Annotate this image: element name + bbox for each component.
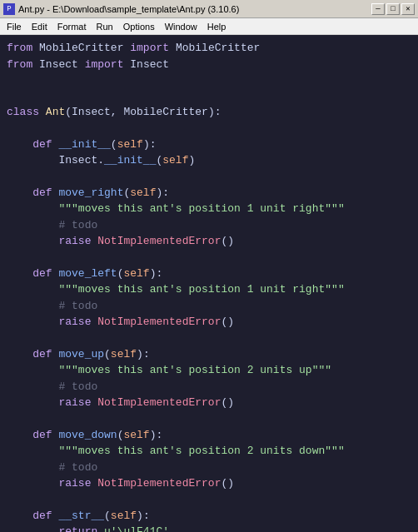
code-line: """moves this ant's position 1 unit righ… <box>7 201 411 217</box>
menu-file[interactable]: File <box>2 20 27 33</box>
code-line: from Insect import Insect <box>7 57 411 73</box>
app-icon: P <box>3 3 15 15</box>
code-line: """moves this ant's position 1 unit righ… <box>7 281 411 298</box>
code-line: # todo <box>7 298 411 315</box>
code-line: raise NotImplementedError() <box>7 395 411 411</box>
code-line: # todo <box>7 460 411 476</box>
code-line <box>7 492 411 508</box>
title-bar-text: Ant.py - E:\Download\sample_template\Ant… <box>18 4 239 14</box>
code-line <box>7 88 411 104</box>
menu-options[interactable]: Options <box>118 20 160 33</box>
editor-area[interactable]: from MobileCritter import MobileCritter … <box>0 35 418 532</box>
menu-run[interactable]: Run <box>92 20 118 33</box>
menu-help[interactable]: Help <box>202 20 231 33</box>
code-line <box>7 72 411 88</box>
code-line: def move_up(self): <box>7 346 411 363</box>
code-line: Insect.__init__(self) <box>7 152 411 169</box>
code-line: def move_right(self): <box>7 185 411 201</box>
code-line: # todo <box>7 379 411 395</box>
minimize-button[interactable]: ─ <box>371 3 385 15</box>
code-line <box>7 121 411 137</box>
code-line: def __init__(self): <box>7 137 411 153</box>
code-line <box>7 411 411 427</box>
close-button[interactable]: ✕ <box>401 3 415 15</box>
menu-edit[interactable]: Edit <box>27 20 52 33</box>
code-line: def move_left(self): <box>7 266 411 282</box>
title-bar: P Ant.py - E:\Download\sample_template\A… <box>0 0 418 18</box>
code-line: """moves this ant's position 2 units dow… <box>7 443 411 460</box>
code-line: from MobileCritter import MobileCritter <box>7 40 411 57</box>
menu-window[interactable]: Window <box>160 20 202 33</box>
menu-bar: File Edit Format Run Options Window Help <box>0 18 418 35</box>
code-line: return u'\ulF41C' <box>7 524 411 532</box>
code-line: def move_down(self): <box>7 427 411 444</box>
code-line: raise NotImplementedError() <box>7 314 411 331</box>
code-line <box>7 169 411 185</box>
code-line: """moves this ant's position 2 units up"… <box>7 362 411 379</box>
code-line: # todo <box>7 217 411 234</box>
maximize-button[interactable]: □ <box>386 3 400 15</box>
menu-format[interactable]: Format <box>52 20 92 33</box>
code-line: raise NotImplementedError() <box>7 475 411 492</box>
code-line: raise NotImplementedError() <box>7 233 411 250</box>
code-line: class Ant(Insect, MobileCritter): <box>7 104 411 121</box>
code-line <box>7 250 411 266</box>
code-line <box>7 331 411 346</box>
title-bar-buttons: ─ □ ✕ <box>371 3 415 15</box>
code-line: def __str__(self): <box>7 508 411 525</box>
